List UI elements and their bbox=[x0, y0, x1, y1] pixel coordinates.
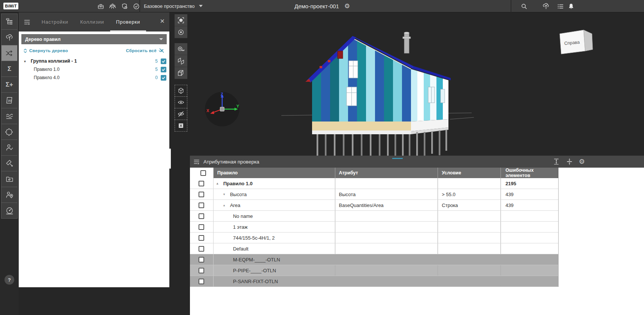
row-collapse-caret[interactable]: ▾ bbox=[223, 192, 230, 196]
tree-structure-tool[interactable] bbox=[1, 29, 18, 45]
tree-item[interactable]: ▾Группа коллизий - 15 bbox=[19, 57, 169, 65]
approver-tool[interactable] bbox=[1, 140, 18, 156]
export-folder-tool[interactable] bbox=[1, 171, 18, 187]
navigation-cube[interactable]: Справа bbox=[557, 28, 598, 58]
app-logo[interactable]: BiMiT bbox=[3, 3, 18, 9]
rules-tree-dropdown[interactable]: Дерево правил bbox=[21, 34, 167, 44]
workspace-caret-icon[interactable] bbox=[199, 5, 203, 7]
row-checkbox[interactable] bbox=[199, 224, 204, 230]
publish-tree-icon[interactable] bbox=[542, 2, 550, 10]
tree-item-checkbox[interactable] bbox=[161, 75, 166, 81]
attribute-cell bbox=[335, 222, 438, 232]
row-checkbox[interactable] bbox=[199, 268, 204, 273]
tab-checks[interactable]: Проверки bbox=[110, 12, 146, 32]
panel-tabs-bar: Настройки Коллизии Проверки ✕ bbox=[19, 12, 169, 32]
table-row[interactable]: M-EQPM-____-OTLN bbox=[190, 254, 558, 265]
collision-check-tool[interactable] bbox=[1, 45, 18, 61]
row-checkbox[interactable] bbox=[199, 213, 204, 219]
row-checkbox-cell bbox=[190, 222, 214, 232]
person-location-tool[interactable] bbox=[1, 187, 18, 203]
axis-gizmo[interactable]: Z Y X bbox=[204, 91, 240, 127]
list-icon[interactable] bbox=[556, 2, 564, 10]
tree-item[interactable]: Правило 1.05 bbox=[19, 65, 169, 74]
plugins-tool[interactable] bbox=[1, 124, 18, 140]
table-settings-icon[interactable]: ⚙ bbox=[579, 158, 585, 165]
frame-selection-button[interactable] bbox=[175, 14, 187, 26]
isolate-object-button[interactable] bbox=[175, 85, 187, 97]
table-row[interactable]: ▾ВысотаВысота> 55.0439 bbox=[190, 189, 558, 200]
row-checkbox[interactable] bbox=[199, 235, 204, 241]
help-button[interactable]: ? bbox=[4, 275, 14, 285]
table-row[interactable]: P-SANR-FIXT-OTLN bbox=[190, 276, 558, 287]
tab-collisions[interactable]: Коллизии bbox=[74, 12, 110, 32]
target-icon bbox=[177, 28, 185, 36]
model-tree-icon bbox=[5, 17, 14, 26]
tree-caret-icon[interactable]: ▾ bbox=[24, 59, 31, 63]
table-row[interactable]: ▴Правило 1.02195 bbox=[190, 178, 558, 189]
tree-item-checkbox[interactable] bbox=[161, 58, 166, 64]
person-pin-icon bbox=[5, 190, 14, 199]
select-all-cell bbox=[190, 168, 214, 178]
condition-cell bbox=[438, 222, 501, 232]
column-header-rule[interactable]: Правило bbox=[214, 168, 335, 178]
section-box-button[interactable] bbox=[175, 67, 187, 79]
locate-button[interactable] bbox=[175, 26, 187, 38]
row-checkbox[interactable] bbox=[199, 279, 204, 284]
expand-panel-icon[interactable] bbox=[553, 158, 560, 165]
hexagon-frame-icon bbox=[177, 16, 185, 24]
collapse-panel-height-icon[interactable] bbox=[566, 158, 573, 165]
rule-name-cell: No name bbox=[214, 211, 335, 221]
dashboard-tool[interactable] bbox=[1, 202, 18, 219]
graphs-tool[interactable] bbox=[1, 108, 18, 124]
sum-add-tool[interactable]: Σ+ bbox=[1, 76, 18, 93]
row-collapse-caret[interactable]: ▴ bbox=[223, 203, 230, 207]
close-panel-icon[interactable]: ✕ bbox=[160, 18, 165, 24]
measure-button[interactable] bbox=[175, 43, 187, 55]
drawings-2d-tool[interactable]: 2D bbox=[1, 92, 18, 108]
project-settings-icon[interactable]: ⚙ bbox=[344, 3, 350, 9]
notifications-icon[interactable] bbox=[567, 2, 575, 10]
show-objects-button[interactable] bbox=[175, 96, 187, 108]
panel-menu-icon[interactable] bbox=[193, 158, 200, 165]
rule-name: P-PIPE-____-OTLN bbox=[233, 268, 276, 273]
table-row[interactable]: 1 этаж bbox=[190, 222, 558, 232]
sum-tool[interactable]: Σ bbox=[1, 61, 18, 77]
model-tree-tool[interactable] bbox=[1, 14, 18, 30]
table-row[interactable]: 744/155-5с-4Н/1, 2 bbox=[190, 232, 558, 243]
projects-icon[interactable] bbox=[97, 2, 105, 10]
table-row[interactable]: Default bbox=[190, 243, 558, 254]
table-row[interactable]: P-PIPE-____-OTLN bbox=[190, 265, 558, 276]
collapse-panel-icon[interactable] bbox=[24, 18, 31, 26]
attribute-check-table: Правило Атрибут Условие Ошибочных элемен… bbox=[190, 168, 559, 287]
shield-status-icon[interactable] bbox=[121, 2, 129, 10]
workspace-select[interactable]: Базовое пространство bbox=[144, 0, 195, 12]
viewport-toolbar bbox=[175, 14, 187, 132]
column-header-errors[interactable]: Ошибочных элементов bbox=[501, 168, 558, 178]
reset-all-link[interactable]: Сбросить всё bbox=[126, 48, 165, 53]
column-header-condition[interactable]: Условие bbox=[438, 168, 501, 178]
row-checkbox-cell bbox=[190, 243, 214, 254]
select-all-checkbox[interactable] bbox=[200, 170, 206, 176]
team-icon[interactable] bbox=[109, 2, 117, 10]
table-row[interactable]: No name bbox=[190, 211, 558, 222]
table-row[interactable]: ▴AreaBaseQuantities/AreaСтрока439 bbox=[190, 200, 558, 211]
tree-item-checkbox[interactable] bbox=[161, 67, 166, 72]
search-icon[interactable] bbox=[520, 2, 528, 10]
column-header-attribute[interactable]: Атрибут bbox=[335, 168, 438, 178]
row-checkbox[interactable] bbox=[199, 192, 204, 197]
row-checkbox[interactable] bbox=[199, 257, 204, 262]
hide-objects-button[interactable] bbox=[175, 108, 187, 120]
section-plane-button[interactable] bbox=[175, 55, 187, 67]
row-checkbox[interactable] bbox=[199, 246, 204, 252]
row-checkbox[interactable] bbox=[199, 202, 204, 208]
tab-settings[interactable]: Настройки bbox=[36, 12, 74, 32]
clear-selection-button[interactable] bbox=[175, 120, 187, 132]
collapse-tree-link[interactable]: Свернуть дерево bbox=[23, 48, 68, 53]
panel-resize-handle[interactable] bbox=[169, 148, 171, 169]
check-circle-icon[interactable] bbox=[132, 2, 140, 10]
construction-tool[interactable] bbox=[1, 155, 18, 171]
tree-item[interactable]: Правило 4.00 bbox=[19, 74, 169, 82]
row-checkbox[interactable] bbox=[199, 181, 204, 186]
house-model[interactable] bbox=[279, 27, 474, 162]
row-collapse-caret[interactable]: ▴ bbox=[217, 182, 223, 185]
